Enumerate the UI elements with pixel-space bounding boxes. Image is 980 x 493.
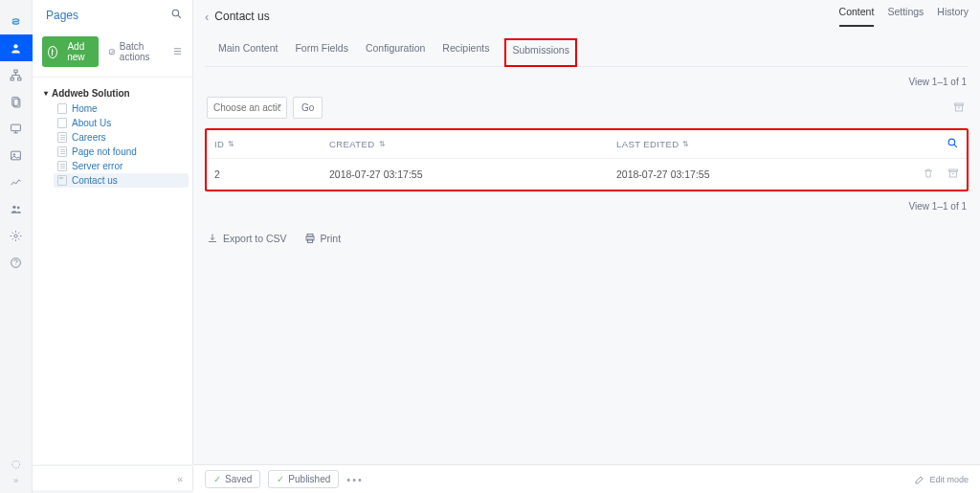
mode-history[interactable]: History: [937, 6, 969, 27]
logo-icon[interactable]: [0, 8, 33, 34]
tree-item-careers[interactable]: Careers: [54, 130, 189, 145]
status-published: Published: [268, 470, 339, 488]
page-title: Contact us: [214, 10, 269, 23]
svg-rect-1: [14, 70, 17, 73]
rail-image-icon[interactable]: [0, 142, 33, 168]
sub-tabs: Main Content Form Fields Configuration R…: [205, 33, 969, 67]
submissions-grid: ID⇅ CREATED⇅ LAST EDITED⇅ 2 2018-07-27 0…: [205, 128, 969, 191]
tree-item-home[interactable]: Home: [54, 101, 189, 116]
svg-rect-16: [956, 105, 963, 111]
tree-item-404[interactable]: Page not found: [54, 145, 189, 159]
tree-item-about[interactable]: About Us: [54, 116, 189, 130]
svg-point-13: [172, 10, 179, 16]
page-icon: [57, 146, 67, 157]
sort-icon: ⇅: [379, 142, 386, 147]
cell-id: 2: [214, 168, 329, 180]
mode-tabs: Content Settings History: [839, 6, 969, 27]
svg-rect-6: [11, 124, 21, 131]
list-view-icon[interactable]: [172, 46, 183, 58]
rail-settings-icon[interactable]: [0, 222, 33, 249]
search-icon[interactable]: [170, 8, 183, 23]
icon-rail: ◌ »: [0, 0, 33, 493]
page-tree: Addweb Solution Home About Us Careers Pa…: [33, 78, 192, 191]
add-new-button[interactable]: Add new: [42, 36, 99, 67]
cell-created: 2018-07-27 03:17:55: [329, 168, 616, 180]
tab-main-content[interactable]: Main Content: [216, 38, 279, 66]
rail-refresh-icon[interactable]: ◌: [11, 458, 21, 470]
svg-rect-2: [11, 78, 13, 80]
cell-edited: 2018-07-27 03:17:55: [616, 168, 902, 180]
tree-item-500[interactable]: Server error: [54, 159, 189, 173]
rail-sitemap-icon[interactable]: [0, 61, 33, 88]
tab-recipients[interactable]: Recipients: [440, 38, 491, 66]
grid-search-icon[interactable]: [947, 137, 959, 151]
archive-icon[interactable]: [953, 101, 965, 115]
page-icon: [57, 132, 67, 143]
sort-icon: ⇅: [228, 142, 234, 147]
export-csv-link[interactable]: Export to CSV: [207, 233, 287, 244]
page-icon: [57, 161, 67, 171]
svg-point-8: [13, 153, 15, 155]
more-actions-icon[interactable]: •••: [346, 474, 364, 485]
sort-icon: ⇅: [682, 142, 689, 147]
rail-help-icon[interactable]: [0, 249, 33, 276]
col-id[interactable]: ID⇅: [214, 139, 329, 149]
main: ‹ Contact us Content Settings History Ma…: [193, 0, 980, 464]
rail-user-icon[interactable]: [0, 34, 33, 61]
svg-point-0: [13, 44, 17, 48]
tree-root[interactable]: Addweb Solution: [40, 85, 189, 101]
svg-point-17: [948, 139, 955, 146]
rail-monitor-icon[interactable]: [0, 115, 33, 142]
pager-top: View 1–1 of 1: [193, 67, 980, 93]
back-icon[interactable]: ‹: [205, 10, 209, 24]
svg-point-10: [17, 206, 20, 209]
col-created[interactable]: CREATED⇅: [329, 139, 616, 149]
svg-point-11: [14, 234, 17, 236]
rail-expand-icon[interactable]: »: [13, 476, 18, 485]
rail-files-icon[interactable]: [0, 88, 33, 115]
batch-actions-link[interactable]: Batch actions: [108, 41, 163, 62]
svg-rect-22: [307, 239, 312, 243]
rail-users-icon[interactable]: [0, 195, 33, 222]
sidebar-collapse[interactable]: «: [33, 465, 193, 490]
footer: Saved Published ••• Edit mode: [193, 464, 980, 493]
svg-rect-7: [11, 151, 21, 160]
svg-point-9: [12, 205, 15, 208]
svg-rect-14: [109, 49, 114, 54]
tab-configuration[interactable]: Configuration: [364, 38, 427, 66]
status-saved: Saved: [205, 470, 260, 488]
rail-analytics-icon[interactable]: [0, 168, 33, 195]
tab-submissions[interactable]: Submissions: [504, 38, 577, 67]
mode-content[interactable]: Content: [839, 6, 875, 27]
sidebar-title: Pages: [46, 9, 78, 22]
archive-row-icon[interactable]: [947, 168, 959, 181]
svg-rect-19: [950, 171, 957, 177]
go-button[interactable]: Go: [293, 97, 323, 119]
tree-item-contact[interactable]: Contact us: [54, 173, 189, 188]
sidebar: Pages Add new Batch actions Addweb Solut…: [33, 0, 193, 464]
pager-bottom: View 1–1 of 1: [193, 191, 980, 217]
bulk-action-select[interactable]: [207, 97, 287, 119]
page-icon: [57, 118, 67, 128]
print-link[interactable]: Print: [304, 233, 342, 244]
form-page-icon: [57, 175, 67, 186]
col-edited[interactable]: LAST EDITED⇅: [616, 139, 902, 149]
page-icon: [57, 103, 67, 114]
edit-mode-toggle[interactable]: Edit mode: [914, 474, 969, 485]
tab-form-fields[interactable]: Form Fields: [293, 38, 349, 66]
svg-rect-3: [18, 78, 21, 80]
mode-settings[interactable]: Settings: [887, 6, 924, 27]
table-row[interactable]: 2 2018-07-27 03:17:55 2018-07-27 03:17:5…: [207, 159, 967, 190]
delete-icon[interactable]: [923, 168, 934, 181]
